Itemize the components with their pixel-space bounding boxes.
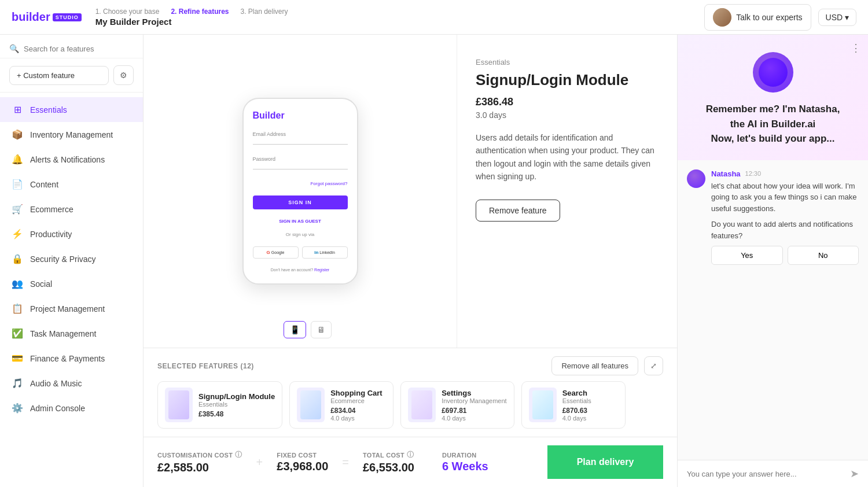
- customisation-info-icon: ⓘ: [235, 450, 242, 460]
- sidebar-item-alerts[interactable]: 🔔 Alerts & Notifications: [0, 147, 143, 172]
- chat-meta: Natasha 12:30: [711, 169, 859, 178]
- selected-features-label: SELECTED FEATURES (12): [157, 362, 254, 370]
- phone-preview-area: Builder Email Address Password Forgot pa…: [144, 35, 457, 348]
- sidebar: 🔍 + Custom feature ⚙ ⊞ Essentials 📦 Inve…: [0, 35, 144, 487]
- currency-button[interactable]: USD ▾: [818, 9, 856, 26]
- sidebar-item-content[interactable]: 📄 Content: [0, 172, 143, 197]
- yes-button[interactable]: Yes: [711, 246, 783, 265]
- cost-footer: CUSTOMISATION COST ⓘ £2,585.00 + FIXED C…: [144, 437, 677, 487]
- sidebar-item-inventory[interactable]: 📦 Inventory Management: [0, 122, 143, 147]
- phone-or-text: Or sign up via: [253, 232, 348, 237]
- sidebar-item-productivity[interactable]: ⚡ Productivity: [0, 222, 143, 246]
- bottom-panel: SELECTED FEATURES (12) Remove all featur…: [144, 348, 677, 487]
- sidebar-item-essentials-label: Essentials: [30, 105, 67, 115]
- no-button[interactable]: No: [788, 246, 859, 265]
- logo-badge: STUDIO: [53, 13, 82, 21]
- talk-experts-label: Talk to our experts: [736, 13, 802, 22]
- chat-message-2: Do you want to add alerts and notificati…: [711, 219, 859, 241]
- ai-send-button[interactable]: ➤: [850, 467, 859, 480]
- project-mgmt-icon: 📋: [12, 303, 23, 314]
- sidebar-item-admin[interactable]: ⚙️ Admin Console: [0, 396, 143, 420]
- card-days-2: 4.0 days: [442, 415, 507, 422]
- sidebar-item-inventory-label: Inventory Management: [30, 130, 113, 139]
- customisation-cost: CUSTOMISATION COST ⓘ £2,585.00: [157, 450, 242, 474]
- feature-title: Signup/Login Module: [476, 71, 659, 89]
- bottom-header-actions: Remove all features ⤢: [551, 356, 663, 375]
- ai-more-button[interactable]: ⋮: [851, 42, 861, 54]
- filter-button[interactable]: ⚙: [113, 65, 134, 85]
- chat-timestamp: 12:30: [745, 170, 762, 177]
- desktop-preview-button[interactable]: 🖥: [311, 321, 332, 338]
- phone-mockup: Builder Email Address Password Forgot pa…: [242, 98, 358, 285]
- fixed-cost-label: FIXED COST: [277, 452, 328, 459]
- mobile-preview-button[interactable]: 📱: [284, 321, 306, 338]
- sidebar-item-task-mgmt[interactable]: ✅ Task Management: [0, 321, 143, 346]
- feature-card-1[interactable]: Shopping Cart Ecommerce £834.04 4.0 days: [289, 381, 393, 429]
- phone-signin-button: SIGN IN: [253, 195, 348, 209]
- chat-action-buttons: Yes No: [711, 246, 859, 265]
- phone-social-buttons: G Google in LinkedIn: [253, 246, 348, 259]
- search-input[interactable]: [24, 45, 134, 53]
- feature-description: Users add details for identification and…: [476, 131, 659, 183]
- feature-card-3[interactable]: Search Essentials £870.63 4.0 days: [521, 381, 626, 429]
- audio-icon: 🎵: [12, 378, 23, 389]
- ai-avatar: [753, 52, 793, 93]
- phone-password-input: [253, 169, 348, 169]
- step1-label: 1. Choose your base: [95, 8, 160, 16]
- chat-avatar: [687, 169, 705, 188]
- project-title: My Builder Project: [95, 17, 288, 27]
- feature-card-2[interactable]: Settings Inventory Management £697.81 4.…: [400, 381, 514, 429]
- sidebar-actions: + Custom feature ⚙: [0, 58, 143, 93]
- card-thumb-1: [297, 388, 325, 422]
- essentials-icon: ⊞: [12, 104, 23, 115]
- phone-register-text: Don't have an account? Register: [253, 268, 348, 272]
- main-layout: 🔍 + Custom feature ⚙ ⊞ Essentials 📦 Inve…: [0, 35, 868, 487]
- sidebar-item-project-mgmt[interactable]: 📋 Project Management: [0, 296, 143, 321]
- alerts-icon: 🔔: [12, 154, 23, 165]
- step2-label: 2. Refine features: [171, 8, 229, 16]
- sidebar-item-essentials[interactable]: ⊞ Essentials: [0, 97, 143, 122]
- feature-card-0[interactable]: Signup/Login Module Essentials £385.48: [157, 381, 282, 429]
- phone-logo: Builder: [253, 110, 348, 121]
- card-category-2: Inventory Management: [442, 397, 507, 404]
- talk-experts-button[interactable]: Talk to our experts: [704, 4, 811, 31]
- feature-details: Essentials Signup/Login Module £386.48 3…: [457, 35, 677, 348]
- step3-label: 3. Plan delivery: [240, 8, 288, 16]
- phone-password-label: Password: [253, 156, 348, 162]
- ai-avatar-inner: [759, 58, 788, 87]
- sidebar-item-finance[interactable]: 💳 Finance & Payments: [0, 346, 143, 371]
- sidebar-item-social[interactable]: 👥 Social: [0, 271, 143, 296]
- finance-icon: 💳: [12, 353, 23, 364]
- sidebar-item-security[interactable]: 🔒 Security & Privacy: [0, 246, 143, 271]
- logo-text: builder: [12, 10, 50, 24]
- remove-all-button[interactable]: Remove all features: [551, 356, 638, 375]
- feature-price: £386.48: [476, 96, 659, 108]
- feature-category: Essentials: [476, 58, 659, 67]
- card-price-2: £697.81: [442, 407, 507, 415]
- inventory-icon: 📦: [12, 129, 23, 140]
- fixed-cost-value: £3,968.00: [277, 460, 328, 473]
- phone-email-label: Email Address: [253, 131, 348, 137]
- ai-chat-input[interactable]: [687, 470, 845, 478]
- sidebar-item-admin-label: Admin Console: [30, 404, 85, 413]
- card-info-2: Settings Inventory Management £697.81 4.…: [442, 389, 507, 422]
- ai-input-area: ➤: [678, 460, 868, 487]
- sidebar-item-security-label: Security & Privacy: [30, 254, 96, 264]
- total-cost: TOTAL COST ⓘ £6,553.00: [363, 450, 414, 474]
- phone-screen: Builder Email Address Password Forgot pa…: [253, 110, 348, 272]
- ai-intro-text: Remember me? I'm Natasha,the AI in Build…: [692, 102, 854, 146]
- card-info-0: Signup/Login Module Essentials £385.48: [198, 392, 275, 418]
- content-icon: 📄: [12, 179, 23, 190]
- plan-delivery-button[interactable]: Plan delivery: [547, 445, 663, 479]
- header-right: Talk to our experts USD ▾: [704, 4, 856, 31]
- sidebar-item-ecommerce[interactable]: 🛒 Ecommerce: [0, 197, 143, 222]
- phone-guest-button: SIGN IN AS GUEST: [253, 219, 348, 224]
- expand-button[interactable]: ⤢: [644, 356, 663, 375]
- total-cost-value: £6,553.00: [363, 461, 414, 474]
- search-icon: 🔍: [9, 44, 19, 53]
- sidebar-item-audio[interactable]: 🎵 Audio & Music: [0, 371, 143, 396]
- ai-panel: ⋮ Remember me? I'm Natasha,the AI in Bui…: [677, 35, 868, 487]
- sidebar-item-finance-label: Finance & Payments: [30, 354, 105, 363]
- remove-feature-button[interactable]: Remove feature: [476, 200, 560, 222]
- custom-feature-button[interactable]: + Custom feature: [9, 66, 109, 85]
